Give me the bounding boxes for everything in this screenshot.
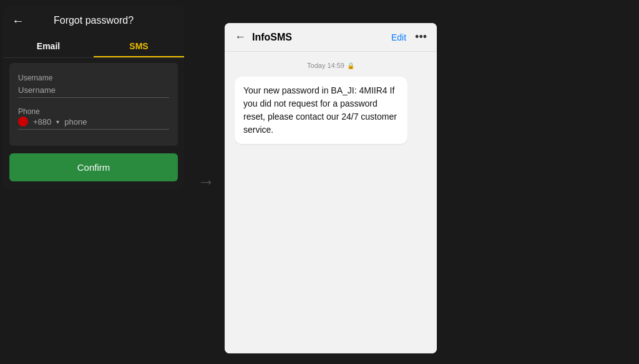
phone-input[interactable] bbox=[64, 117, 169, 127]
message-text: Your new password in BA_JI: 4MIIR4 If yo… bbox=[243, 85, 397, 135]
message-bubble: Your new password in BA_JI: 4MIIR4 If yo… bbox=[235, 77, 407, 144]
arrow-container: → bbox=[187, 0, 225, 364]
phone-field: Phone +880 ▾ bbox=[18, 105, 169, 130]
tab-sms[interactable]: SMS bbox=[94, 35, 184, 57]
form-area: Username Phone +880 ▾ bbox=[9, 63, 178, 146]
sms-edit-button[interactable]: Edit bbox=[391, 32, 406, 42]
username-field: Username bbox=[18, 72, 169, 98]
flag-icon bbox=[18, 117, 28, 127]
sms-screen: ← InfoSMS Edit ••• Today 14:59 🔒 Your ne… bbox=[225, 23, 437, 353]
sms-body: Today 14:59 🔒 Your new password in BA_JI… bbox=[225, 52, 437, 353]
app-header: ← Forgot password? bbox=[3, 6, 184, 35]
username-input[interactable] bbox=[18, 83, 169, 98]
back-button[interactable]: ← bbox=[12, 14, 24, 28]
confirm-button[interactable]: Confirm bbox=[9, 153, 178, 181]
sms-title: InfoSMS bbox=[252, 32, 391, 43]
username-label: Username bbox=[18, 74, 52, 82]
dropdown-arrow-icon[interactable]: ▾ bbox=[56, 118, 59, 125]
tab-bar: Email SMS bbox=[3, 35, 184, 58]
lock-icon: 🔒 bbox=[347, 62, 354, 69]
tab-email[interactable]: Email bbox=[3, 35, 94, 57]
app-screen: ← Forgot password? Email SMS Username Ph… bbox=[3, 6, 184, 189]
left-panel: ← Forgot password? Email SMS Username Ph… bbox=[0, 0, 187, 364]
sms-back-button[interactable]: ← bbox=[235, 31, 246, 44]
phone-row: +880 ▾ bbox=[18, 117, 169, 130]
message-timestamp: Today 14:59 🔒 bbox=[235, 62, 427, 69]
phone-label: Phone bbox=[18, 107, 40, 116]
sms-more-button[interactable]: ••• bbox=[415, 31, 427, 44]
country-code: +880 bbox=[33, 117, 51, 127]
flow-arrow: → bbox=[197, 172, 215, 192]
page-title: Forgot password? bbox=[13, 15, 174, 26]
sms-header: ← InfoSMS Edit ••• bbox=[225, 23, 437, 52]
